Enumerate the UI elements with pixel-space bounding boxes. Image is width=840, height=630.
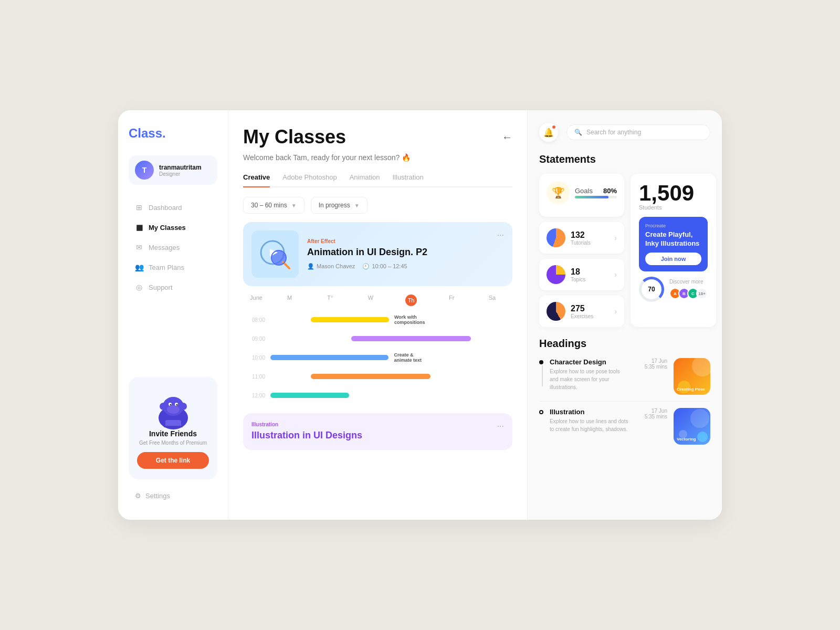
students-label: Students	[639, 204, 708, 211]
instructor-name: Mason Chavez	[317, 263, 355, 269]
time-row-1000: 10:00 Create & animate text	[243, 348, 512, 367]
stats-left: 🏆 Goals 80%	[539, 174, 624, 327]
day-sat: Sa	[472, 295, 512, 306]
svg-point-19	[697, 432, 708, 442]
tutorials-icon	[547, 228, 565, 247]
heading-dot-2	[539, 410, 543, 414]
svg-point-4	[167, 405, 180, 414]
svg-point-16	[692, 358, 710, 376]
time-1100: 11:00	[243, 374, 269, 380]
settings-label: Settings	[145, 492, 170, 500]
status-filter[interactable]: In progress ▼	[311, 197, 368, 214]
logo: Class.	[129, 126, 217, 141]
logo-dot: .	[162, 126, 166, 140]
heading-duration-2: 5:35 mins	[636, 414, 667, 419]
heading-date-1: 17 Jun	[636, 358, 667, 364]
notification-button[interactable]: 🔔	[539, 123, 558, 142]
exercises-num: 275	[571, 304, 593, 313]
promo-card: Procreate Create Playful, Inky Illustrat…	[639, 217, 708, 271]
user-role: Designer	[159, 171, 202, 177]
topics-num: 18	[571, 267, 585, 277]
duration-filter[interactable]: 30 – 60 mins ▼	[243, 197, 304, 214]
search-box[interactable]: 🔍 Search for anything	[566, 124, 710, 140]
svg-point-18	[690, 409, 709, 428]
stat-tutorials[interactable]: 132 Tutorials ›	[539, 222, 624, 254]
sidebar-item-team-plans[interactable]: 👥 Team Plans	[129, 258, 217, 276]
heading-dot-col-1	[539, 358, 543, 386]
heading-duration-1: 5:35 mins	[636, 364, 667, 370]
goals-percent: 80%	[603, 187, 617, 195]
join-button[interactable]: Join now	[645, 253, 701, 265]
donut-chart: 70	[639, 277, 664, 302]
time-0900: 09:00	[243, 336, 269, 342]
heading-thumb-1: Creating Pose	[674, 358, 710, 395]
invite-subtitle: Get Free Months of Premium	[137, 440, 209, 446]
stat-exercises[interactable]: 275 Exercises ›	[539, 296, 624, 327]
heading-name-2: Illustration	[550, 408, 629, 416]
event-bar-orange	[311, 374, 430, 379]
exercises-sub: Exercises	[571, 313, 593, 319]
day-thu: Th	[391, 295, 431, 306]
sidebar-item-my-classes[interactable]: ▦ My Classes	[129, 218, 217, 236]
notification-dot	[552, 125, 556, 129]
sidebar-item-support[interactable]: ◎ Support	[129, 278, 217, 296]
chevron-down-icon-2: ▼	[354, 203, 360, 208]
event-label-work: Work with compositions	[392, 314, 432, 325]
time-0800: 08:00	[243, 317, 269, 323]
tab-adobe-photoshop[interactable]: Adobe Photoshop	[282, 173, 337, 187]
more-button-1[interactable]: ···	[497, 230, 504, 240]
instructor-icon: 👤	[307, 263, 314, 270]
calendar-section: June M T° W Th Fr Sa 08:00 Work with com…	[243, 295, 512, 405]
tab-animation[interactable]: Animation	[350, 173, 380, 187]
progress-bar-bg	[575, 196, 617, 198]
stat-topics[interactable]: 18 Topics ›	[539, 259, 624, 290]
day-mon: M	[269, 295, 310, 306]
tab-illustration[interactable]: Illustration	[393, 173, 424, 187]
heading-name-1: Character Design	[550, 358, 629, 366]
heading-line-1	[542, 365, 543, 386]
class-time: 10:00 – 12:45	[372, 263, 407, 269]
top-bar: 🔔 🔍 Search for anything	[539, 123, 710, 142]
tab-creative[interactable]: Creative	[243, 173, 270, 187]
invite-card: Invite Friends Get Free Months of Premiu…	[129, 377, 217, 479]
time-row-1200: 12:00	[243, 386, 512, 405]
class-meta-1: 👤 Mason Chavez 🕙 10:00 – 12:45	[307, 263, 489, 270]
back-button[interactable]: ←	[502, 131, 512, 143]
sidebar-item-messages[interactable]: ✉ Messages	[129, 238, 217, 256]
class-card-2[interactable]: Illustration Illustration in UI Designs …	[243, 413, 512, 450]
more-button-2[interactable]: ···	[497, 422, 504, 431]
calendar-header: June M T° W Th Fr Sa	[243, 295, 512, 306]
main-content: My Classes ← Welcome back Tam, ready for…	[228, 110, 528, 520]
heading-row-1[interactable]: Character Design Explore how to use pose…	[539, 358, 710, 402]
nav-label-dashboard: Dashboard	[149, 204, 182, 212]
event-bar-purple	[351, 336, 471, 341]
month-label: June	[243, 295, 269, 306]
stats-right: 1,509 Students Procreate Create Playful,…	[631, 174, 716, 327]
sidebar-item-dashboard[interactable]: ⊞ Dashboard	[129, 198, 217, 216]
goals-header: 🏆 Goals 80%	[547, 181, 617, 204]
gorilla-illustration	[152, 387, 194, 424]
time-row-0800: 08:00 Work with compositions	[243, 310, 512, 329]
tutorials-sub: Tutorials	[571, 240, 591, 246]
get-link-button[interactable]: Get the link	[137, 452, 209, 469]
day-tue: T°	[310, 295, 350, 306]
heading-row-2[interactable]: Illustration Explore how to use lines an…	[539, 408, 710, 451]
class-name-2: Illustration in UI Designs	[251, 429, 362, 442]
chevron-right-icon: ›	[614, 234, 617, 242]
avatar: T	[135, 161, 154, 180]
topics-sub: Topics	[571, 277, 585, 282]
sidebar-item-settings[interactable]: ⚙ Settings	[129, 488, 217, 504]
my-classes-icon: ▦	[135, 223, 143, 232]
dashboard-icon: ⊞	[135, 203, 143, 212]
user-card[interactable]: T tranmautritam Designer	[129, 155, 217, 185]
mini-avatar-more: 18+	[696, 288, 708, 299]
today-badge: Th	[405, 295, 417, 306]
chevron-down-icon: ▼	[291, 203, 297, 208]
event-label-create: Create & animate text	[392, 352, 431, 363]
svg-point-3	[180, 403, 187, 410]
user-name: tranmautritam	[159, 164, 202, 171]
headings-title: Headings	[539, 338, 710, 350]
filters: 30 – 60 mins ▼ In progress ▼	[243, 197, 512, 214]
class-card-1[interactable]: After Effect Animation in UI Design. P2 …	[243, 222, 512, 286]
trophy-icon: 🏆	[547, 181, 570, 204]
